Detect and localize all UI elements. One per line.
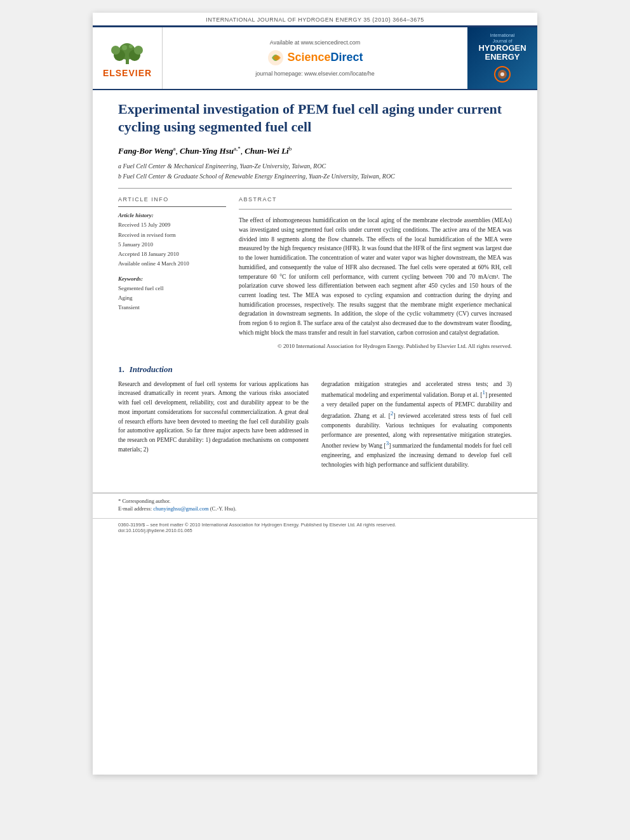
email-suffix: (C.-Y. Hsu). <box>209 505 237 512</box>
history-revised-date: 5 January 2010 <box>118 240 226 250</box>
intro-right-text: degradation mitigation strategies and ac… <box>321 380 512 470</box>
keywords-label: Keywords: <box>118 276 226 282</box>
journal-cover-title2: ENERGY <box>485 53 520 62</box>
sciencedirect-text: ScienceDirect <box>287 51 363 64</box>
journal-cover: International Journal of HYDROGEN ENERGY <box>467 27 537 89</box>
svg-point-4 <box>111 46 120 55</box>
paper-title: Experimental investigation of PEM fuel c… <box>118 100 512 137</box>
footer-text: 0360-3199/$ – see front matter © 2010 In… <box>118 522 512 528</box>
history-received: Received 15 July 2009 <box>118 220 226 230</box>
affiliation-1: a Fuel Cell Center & Mechanical Engineer… <box>118 161 512 171</box>
author-1: Fang-Bor Weng <box>118 146 173 156</box>
history-online: Available online 4 March 2010 <box>118 259 226 269</box>
svg-point-5 <box>134 46 143 55</box>
available-text: Available at www.sciencedirect.com <box>270 39 360 46</box>
introduction-body: Research and development of fuel cell sy… <box>118 380 512 470</box>
article-info: ARTICLE INFO Article history: Received 1… <box>118 196 226 349</box>
svg-point-11 <box>500 72 504 76</box>
ref-3[interactable]: 3 <box>386 440 389 446</box>
affiliations: a Fuel Cell Center & Mechanical Engineer… <box>118 161 512 182</box>
divider-1 <box>118 188 512 189</box>
intro-left-text: Research and development of fuel cell sy… <box>118 380 309 455</box>
article-info-label: ARTICLE INFO <box>118 196 226 203</box>
divider-3 <box>239 209 512 210</box>
sciencedirect-icon <box>267 49 285 67</box>
author-3: Chun-Wei Li <box>245 146 288 156</box>
section-number: 1. <box>118 364 124 374</box>
introduction-title: 1.Introduction <box>118 364 512 375</box>
footer-doi: doi:10.1016/j.ijhydene.2010.01.065 <box>118 528 512 533</box>
sciencedirect-logo: ScienceDirect <box>267 49 363 67</box>
journal-cover-title: HYDROGEN <box>478 44 526 53</box>
svg-point-6 <box>122 45 127 50</box>
intro-right-col: degradation mitigation strategies and ac… <box>321 380 512 470</box>
abstract-label: ABSTRACT <box>239 196 512 203</box>
keyword-3: Transient <box>118 303 226 312</box>
journal-cover-subtitle: International <box>490 32 515 38</box>
author-2: Chun-Ying Hsu <box>180 146 234 156</box>
email-label: E-mail address: <box>118 505 153 512</box>
corresponding-note: * Corresponding author. <box>118 497 512 505</box>
keyword-2: Aging <box>118 293 226 303</box>
email-note: E-mail address: chunyinghsu@gmail.com (C… <box>118 505 512 513</box>
intro-left-col: Research and development of fuel cell sy… <box>118 380 309 470</box>
content-area: Experimental investigation of PEM fuel c… <box>93 90 537 483</box>
email-link[interactable]: chunyinghsu@gmail.com <box>153 505 208 512</box>
ref-1[interactable]: 1 <box>482 389 485 396</box>
introduction-title-text: Introduction <box>130 364 173 374</box>
keyword-1: Segmented fuel cell <box>118 284 226 293</box>
ref-2[interactable]: 2 <box>391 410 394 417</box>
journal-cover-graphic <box>483 65 521 84</box>
abstract-text: The effect of inhomogeneous humidificati… <box>239 216 512 337</box>
author-2-sup: a,* <box>234 145 241 152</box>
history-label: Article history: <box>118 212 226 218</box>
author-3-sup: b <box>289 145 292 152</box>
elsevier-text: ELSEVIER <box>103 68 152 78</box>
top-banner: ELSEVIER Available at www.sciencedirect.… <box>93 25 537 90</box>
footer-bar: 0360-3199/$ – see front matter © 2010 In… <box>93 518 537 537</box>
history-revised-label: Received in revised form <box>118 230 226 240</box>
footnote-area: * Corresponding author. E-mail address: … <box>93 493 537 519</box>
author-1-sup: a <box>173 145 176 152</box>
elsevier-tree-icon <box>107 37 148 66</box>
abstract: ABSTRACT The effect of inhomogeneous hum… <box>239 196 512 349</box>
center-banner: Available at www.sciencedirect.com Scien… <box>163 27 467 89</box>
journal-homepage: journal homepage: www.elsevier.com/locat… <box>255 70 375 77</box>
svg-point-7 <box>129 44 133 48</box>
affiliation-2: b Fuel Cell Center & Graduate School of … <box>118 171 512 182</box>
introduction-section: 1.Introduction Research and development … <box>118 364 512 470</box>
journal-header: INTERNATIONAL JOURNAL OF HYDROGEN ENERGY… <box>93 13 537 25</box>
divider-2 <box>118 206 226 207</box>
copyright-text: © 2010 International Association for Hyd… <box>239 343 512 349</box>
page: INTERNATIONAL JOURNAL OF HYDROGEN ENERGY… <box>93 13 537 775</box>
elsevier-logo: ELSEVIER <box>93 27 163 89</box>
authors: Fang-Bor Wenga, Chun-Ying Hsua,*, Chun-W… <box>118 145 512 156</box>
history-accepted: Accepted 18 January 2010 <box>118 250 226 259</box>
article-info-abstract: ARTICLE INFO Article history: Received 1… <box>118 196 512 349</box>
